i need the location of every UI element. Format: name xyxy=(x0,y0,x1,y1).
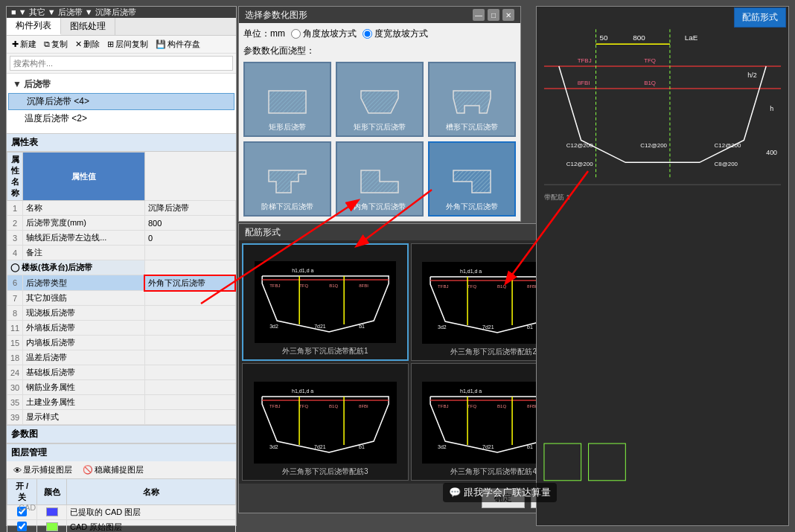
attr-row[interactable]: 15内墙板后浇带 xyxy=(7,336,236,350)
svg-text:8FBI: 8FBI xyxy=(359,283,368,288)
shape-item[interactable]: 阶梯下沉后浇带 xyxy=(243,141,331,217)
svg-text:C8@200: C8@200 xyxy=(715,161,738,167)
tab-drawing[interactable]: 图纸处理 xyxy=(61,18,115,35)
attr-row[interactable]: 30钢筋业务属性 xyxy=(7,380,236,395)
layer-copy-icon: ⊞ xyxy=(107,39,114,49)
copy-button[interactable]: ⧉ 复制 xyxy=(42,38,70,51)
shape-item[interactable]: 内角下沉后浇带 xyxy=(336,141,424,217)
svg-text:B1Q: B1Q xyxy=(644,80,656,86)
svg-text:TFQ: TFQ xyxy=(644,57,656,64)
attr-row[interactable]: 4备注 xyxy=(7,246,236,260)
layer-name-cell: 已提取的 CAD 图层 xyxy=(67,505,236,520)
attr-row[interactable]: ◯ 楼板(筏承台)后浇带 xyxy=(7,260,236,275)
rebar-preview-svg: h1,d1,d aTFBJTFQB1Q8FBI3d27d21b1 xyxy=(255,261,396,343)
rebar-pattern-item[interactable]: h1,d1,d aTFBJTFQB1Q8FBI3d27d21b1外三角形下沉后浇… xyxy=(242,243,409,361)
search-input[interactable] xyxy=(10,56,233,71)
unit-row: 单位：mm 角度放坡方式 度宽放坡方式 xyxy=(243,28,516,40)
attr-row[interactable]: 35土建业务属性 xyxy=(7,395,236,410)
ratio-mode-radio[interactable] xyxy=(363,29,372,39)
rebar-pattern-item[interactable]: h1,d1,d aTFBJTFQB1Q8FBI3d27d21b1外三角形下沉后浇… xyxy=(242,363,409,481)
layer-col-color: 颜色 xyxy=(37,479,67,505)
layer-row[interactable]: 已提取的 CAD 图层 xyxy=(7,505,236,520)
svg-text:TFBJ: TFBJ xyxy=(438,284,448,289)
svg-text:3d2: 3d2 xyxy=(438,444,447,449)
search-bar xyxy=(7,54,236,74)
layer-col-toggle: 开 / 关 xyxy=(7,479,37,505)
wechat-icon: 💬 xyxy=(449,487,461,498)
svg-text:C12@200: C12@200 xyxy=(715,142,741,149)
show-capture-layer-btn[interactable]: 👁 显示捕捉图层 xyxy=(11,464,74,476)
tree-child-item-0[interactable]: 沉降后浇带 <4> xyxy=(8,93,234,110)
tab-component-list[interactable]: 构件列表 xyxy=(7,18,61,35)
shape-preview-svg xyxy=(265,83,310,119)
hide-capture-layer-btn[interactable]: 🚫 稳藏捕捉图层 xyxy=(80,464,146,476)
attr-row[interactable]: 2后浇带宽度(mm)800 xyxy=(7,216,236,231)
shape-label-row: 参数数化面浇型： xyxy=(243,45,516,57)
layer-toggle-checkbox[interactable] xyxy=(17,522,27,531)
rebar-titlebar: 配筋形式 — □ ✕ xyxy=(239,224,580,240)
attr-row[interactable]: 39显示样式 xyxy=(7,410,236,425)
shape-preview-svg xyxy=(357,163,402,199)
angle-mode-radio[interactable] xyxy=(291,29,301,39)
tree-child-item-1[interactable]: 温度后浇带 <2> xyxy=(7,111,236,126)
layer-controls: 👁 显示捕捉图层 🚫 稳藏捕捉图层 xyxy=(7,461,236,478)
attr-row[interactable]: 3轴线距后浇带左边线...0 xyxy=(7,231,236,246)
shape-label: 矩形后浇带 xyxy=(269,122,306,132)
select-shape-content: 单位：mm 角度放坡方式 度宽放坡方式 参数数化面浇型： 矩形后浇带矩形下沉后浇… xyxy=(239,23,520,221)
save-button[interactable]: 💾 构件存盘 xyxy=(153,38,202,51)
watermark: 💬 跟我学会广联达算量 xyxy=(443,483,557,502)
delete-button[interactable]: ✕ 删除 xyxy=(73,38,102,51)
close-button[interactable]: ✕ xyxy=(502,9,514,21)
layer-title: 图层管理 xyxy=(7,444,236,461)
svg-text:h: h xyxy=(770,105,773,112)
attr-row[interactable]: 8现浇板后浇带 xyxy=(7,306,236,321)
shape-preview-svg xyxy=(450,163,494,199)
shape-item[interactable]: 外角下沉后浇带 xyxy=(428,141,516,217)
ratio-mode-label[interactable]: 度宽放坡方式 xyxy=(363,28,428,40)
attr-row[interactable]: 1名称沉降后浇带 xyxy=(7,201,236,216)
tab-bar: 构件列表 图纸处理 xyxy=(7,18,236,36)
angle-mode-label[interactable]: 角度放坡方式 xyxy=(291,28,357,40)
rebar-title: 配筋形式 xyxy=(245,226,281,239)
layer-copy-button[interactable]: ⊞ 层间复制 xyxy=(105,38,150,51)
eye-icon: 👁 xyxy=(13,466,22,475)
svg-rect-54 xyxy=(537,7,788,525)
param-section: 参数图 xyxy=(7,425,236,443)
rebar-preview: h1,d1,d aTFBJTFQB1Q8FBI3d27d21b1 xyxy=(255,261,396,343)
svg-text:400: 400 xyxy=(766,149,777,156)
tree-parent-item[interactable]: ▼ 后浇带 xyxy=(7,77,236,92)
cad-label: CAD xyxy=(19,503,36,512)
attr-row[interactable]: 24基础板后浇带 xyxy=(7,365,236,380)
new-button[interactable]: ✚ 新建 xyxy=(10,38,39,51)
svg-text:TFQ: TFQ xyxy=(299,404,308,408)
hide-icon: 🚫 xyxy=(83,465,93,475)
shape-item[interactable]: 矩形后浇带 xyxy=(243,62,331,137)
svg-text:TFQ: TFQ xyxy=(299,283,308,288)
shape-item[interactable]: 矩形下沉后浇带 xyxy=(336,62,424,137)
svg-text:h1,d1,d  a: h1,d1,d a xyxy=(460,269,482,274)
svg-text:h/2: h/2 xyxy=(747,71,756,79)
shape-item[interactable]: 槽形下沉后浇带 xyxy=(428,62,516,137)
svg-text:b1: b1 xyxy=(527,444,533,449)
rebar-dialog: 配筋形式 — □ ✕ h1,d1,d aTFBJTFQB1Q8FBI3d27d2… xyxy=(238,223,581,513)
component-tree: ▼ 后浇带 沉降后浇带 <4> 温度后浇带 <2> xyxy=(7,74,236,133)
attr-row[interactable]: 18温差后浇带 xyxy=(7,350,236,365)
svg-text:带配筋 1: 带配筋 1 xyxy=(544,193,569,201)
svg-text:C12@200: C12@200 xyxy=(566,161,593,167)
rebar-preview-svg: h1,d1,d aTFBJTFQB1Q8FBI3d27d21b1 xyxy=(254,382,397,464)
layer-table: 开 / 关 颜色 名称 已提取的 CAD 图层CAD 原始图层 xyxy=(7,478,236,532)
attr-col-value: 属性值 xyxy=(23,153,145,201)
svg-text:b1: b1 xyxy=(527,324,533,330)
svg-text:800: 800 xyxy=(633,33,645,42)
select-shape-titlebar: 选择参数化图形 — □ ✕ xyxy=(239,7,520,23)
layer-color-box xyxy=(46,507,58,516)
svg-text:B1Q: B1Q xyxy=(497,284,506,289)
rebar-pattern-label: 外三角形下沉后浇带配筋4 xyxy=(450,467,537,477)
attr-row[interactable]: 6后浇带类型外角下沉后浇带 xyxy=(7,275,236,291)
restore-button[interactable]: □ xyxy=(488,9,499,21)
attr-row[interactable]: 11外墙板后浇带 xyxy=(7,321,236,336)
assign-rebar-button[interactable]: 配筋形式 xyxy=(734,7,786,28)
layer-row[interactable]: CAD 原始图层 xyxy=(7,520,236,533)
minimize-button[interactable]: — xyxy=(473,9,485,21)
attr-row[interactable]: 7其它加强筋 xyxy=(7,291,236,306)
